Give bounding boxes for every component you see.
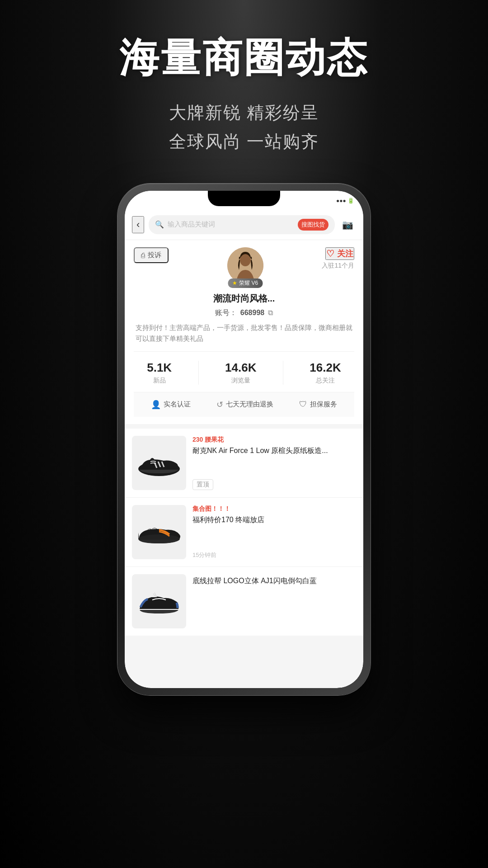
stat-label-new: 新品 <box>153 377 166 385</box>
stats-row: 5.1K 新品 14.6K 浏览量 16.2K 总关注 <box>134 351 354 392</box>
product-bottom-1: 置顶 <box>192 479 356 490</box>
badge-label: 荣耀 V6 <box>239 279 258 287</box>
trust-guarantee: 🛡 担保服务 <box>299 400 337 409</box>
phone-mockup: ●●● 🔋 ‹ 🔍 输入商品关键词 搜图找货 📷 <box>117 184 371 695</box>
product-tag-1: 230 腰果花 <box>192 436 356 444</box>
shoe-image-1 <box>134 443 184 483</box>
follow-button[interactable]: ♡ 关注 <box>325 247 354 260</box>
product-info-1: 230 腰果花 耐克NK Air Force 1 Low 原楦头原纸板造... … <box>192 436 356 490</box>
stat-followers: 16.2K 总关注 <box>310 361 341 385</box>
store-description: 支持到付！主营高端产品，一手货源，批发零售！品质保障，微商相册就可以直接下单精美… <box>134 322 354 344</box>
guarantee-icon: 🛡 <box>299 400 307 409</box>
profile-header-row: ⎙ 投诉 <box>134 247 354 283</box>
hero-subtitle-line1: 大牌新锐 精彩纷呈 <box>0 98 488 127</box>
phone-outer-shell: ●●● 🔋 ‹ 🔍 输入商品关键词 搜图找货 📷 <box>117 184 371 695</box>
complaint-button[interactable]: ⎙ 投诉 <box>134 247 169 263</box>
join-time: 入驻11个月 <box>322 262 354 270</box>
product-bottom-2: 15分钟前 <box>192 551 356 559</box>
stat-views: 14.6K 浏览量 <box>225 361 256 385</box>
stat-label-views: 浏览量 <box>231 377 250 385</box>
product-item-3[interactable]: 底线拉帮 LOGO立体 AJ1闪电倒勾白蓝 <box>125 567 363 636</box>
trust-guarantee-label: 担保服务 <box>310 400 337 409</box>
follow-label: 关注 <box>337 248 353 259</box>
product-title-1: 耐克NK Air Force 1 Low 原楦头原纸板造... <box>192 446 356 456</box>
follow-icon: ♡ <box>326 248 334 259</box>
status-icons: ●●● 🔋 <box>336 198 354 204</box>
complaint-icon: ⎙ <box>141 251 145 259</box>
stat-number-views: 14.6K <box>225 361 256 375</box>
search-icon: 🔍 <box>155 220 164 229</box>
return-icon: ↺ <box>216 400 223 410</box>
product-image-3 <box>132 574 186 628</box>
search-placeholder: 输入商品关键词 <box>168 220 294 229</box>
image-search-button[interactable]: 搜图找货 <box>298 219 328 231</box>
stat-divider-1 <box>198 361 199 385</box>
pinned-tag-1: 置顶 <box>192 479 213 490</box>
profile-section: ⎙ 投诉 <box>125 240 363 424</box>
account-number: 668998 <box>240 309 264 317</box>
camera-icon[interactable]: 📷 <box>339 219 356 230</box>
back-button[interactable]: ‹ <box>132 216 144 233</box>
trust-row: 👤 实名认证 ↺ 七天无理由退换 🛡 担保服务 <box>134 392 354 417</box>
avatar-wrap: ★ 荣耀 V6 <box>227 247 263 283</box>
account-label: 账号： <box>215 308 237 318</box>
product-list: 230 腰果花 耐克NK Air Force 1 Low 原楦头原纸板造... … <box>125 429 363 636</box>
profile-avatar-area: ★ 荣耀 V6 <box>227 247 263 283</box>
product-title-2: 福利特价170 终端放店 <box>192 515 356 525</box>
stat-number-new: 5.1K <box>147 361 172 375</box>
store-name: 潮流时尚风格... <box>134 292 354 305</box>
stat-new-products: 5.1K 新品 <box>147 361 172 385</box>
product-info-3: 底线拉帮 LOGO立体 AJ1闪电倒勾白蓝 <box>192 574 356 628</box>
complaint-label: 投诉 <box>148 251 161 259</box>
follow-area: ♡ 关注 入驻11个月 <box>322 247 354 270</box>
product-image-2 <box>132 505 186 559</box>
product-title-3: 底线拉帮 LOGO立体 AJ1闪电倒勾白蓝 <box>192 576 356 586</box>
phone-notch <box>208 191 280 206</box>
product-image-1 <box>132 436 186 490</box>
stat-divider-2 <box>283 361 283 385</box>
phone-inner-shell: ●●● 🔋 ‹ 🔍 输入商品关键词 搜图找货 📷 <box>125 191 363 688</box>
product-item-2[interactable]: 集合图！！！ 福利特价170 终端放店 15分钟前 <box>125 498 363 567</box>
product-item-1[interactable]: 230 腰果花 耐克NK Air Force 1 Low 原楦头原纸板造... … <box>125 429 363 498</box>
trust-real-name: 👤 实名认证 <box>151 400 191 410</box>
hero-subtitle: 大牌新锐 精彩纷呈 全球风尚 一站购齐 <box>0 98 488 156</box>
trust-return: ↺ 七天无理由退换 <box>216 400 273 410</box>
search-bar: ‹ 🔍 输入商品关键词 搜图找货 📷 <box>125 211 363 240</box>
avatar <box>227 247 263 283</box>
app-screen: ●●● 🔋 ‹ 🔍 输入商品关键词 搜图找货 📷 <box>125 191 363 688</box>
trust-real-name-label: 实名认证 <box>164 400 191 409</box>
product-time-2: 15分钟前 <box>192 551 216 559</box>
product-tag-2: 集合图！！！ <box>192 505 356 513</box>
hero-section: 海量商圈动态 大牌新锐 精彩纷呈 全球风尚 一站购齐 <box>0 0 488 156</box>
avatar-image <box>227 247 263 283</box>
shoe-image-2 <box>134 512 184 552</box>
account-row: 账号： 668998 ⧉ <box>134 308 354 318</box>
stat-label-followers: 总关注 <box>316 377 335 385</box>
page-background: 海量商圈动态 大牌新锐 精彩纷呈 全球风尚 一站购齐 ●●● 🔋 ‹ <box>0 0 488 868</box>
product-info-2: 集合图！！！ 福利特价170 终端放店 15分钟前 <box>192 505 356 559</box>
user-badge: ★ 荣耀 V6 <box>228 278 263 288</box>
shoe-image-3 <box>134 581 184 622</box>
real-name-icon: 👤 <box>151 400 161 410</box>
hero-title: 海量商圈动态 <box>0 36 488 80</box>
stat-number-followers: 16.2K <box>310 361 341 375</box>
hero-subtitle-line2: 全球风尚 一站购齐 <box>0 127 488 156</box>
search-input-wrap[interactable]: 🔍 输入商品关键词 搜图找货 <box>149 215 335 234</box>
copy-icon[interactable]: ⧉ <box>268 309 273 317</box>
trust-return-label: 七天无理由退换 <box>226 400 273 409</box>
badge-icon: ★ <box>232 280 237 286</box>
